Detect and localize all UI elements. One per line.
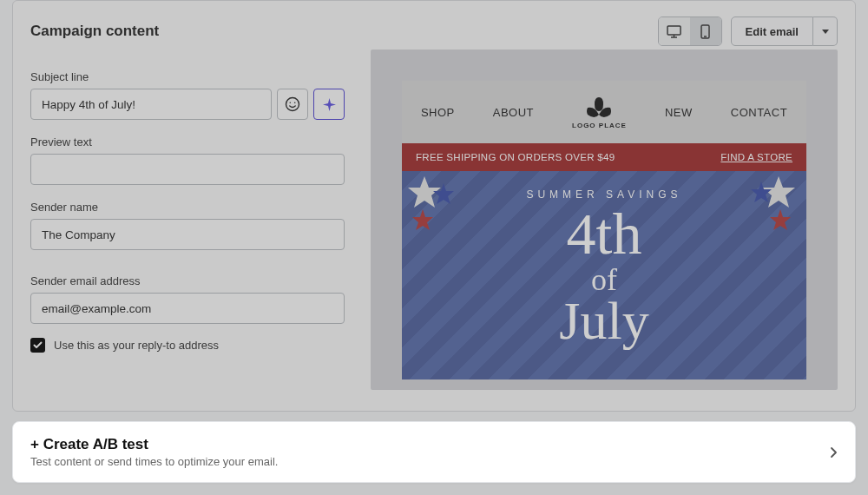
nav-new: NEW (665, 106, 693, 119)
device-toggle (658, 16, 722, 46)
logo-icon (584, 96, 614, 120)
ab-subtitle: Test content or send times to optimize y… (30, 455, 278, 468)
nav-shop: SHOP (421, 106, 455, 119)
panel-title: Campaign content (30, 23, 159, 40)
logo-text: LOGO PLACE (572, 122, 627, 129)
desktop-icon (667, 25, 681, 38)
mobile-view-button[interactable] (690, 17, 721, 45)
email-body: SHOP ABOUT LOGO PLACE NEW CONTACT FREE S… (402, 81, 806, 380)
panel-header: Campaign content Edit email (30, 16, 838, 46)
edit-email-group: Edit email (731, 16, 838, 46)
sparkle-icon (322, 97, 337, 112)
subject-input[interactable] (30, 89, 272, 120)
ab-text: + Create A/B test Test content or send t… (30, 436, 278, 468)
mobile-icon (700, 24, 710, 39)
caret-down-icon (822, 30, 829, 34)
logo-block: LOGO PLACE (572, 96, 627, 129)
subject-label: Subject line (30, 70, 345, 83)
chevron-right-icon (830, 446, 838, 459)
nav-about: ABOUT (493, 106, 534, 119)
campaign-content-panel: Campaign content Edit email Subject line (12, 0, 856, 412)
ab-title: + Create A/B test (30, 436, 278, 453)
stars-right-icon (749, 176, 801, 235)
replyto-checkbox[interactable] (30, 338, 45, 353)
ab-test-card[interactable]: + Create A/B test Test content or send t… (12, 421, 856, 483)
email-banner: FREE SHIPPING ON ORDERS OVER $49 FIND A … (402, 143, 806, 171)
banner-link: FIND A STORE (720, 152, 792, 162)
replyto-row: Use this as your reply-to address (30, 338, 345, 353)
emoji-picker-button[interactable] (277, 89, 308, 120)
nav-contact: CONTACT (731, 106, 787, 119)
check-icon (33, 341, 43, 349)
svg-point-6 (290, 102, 292, 103)
replyto-label: Use this as your reply-to address (54, 339, 219, 352)
sender-name-input[interactable] (30, 219, 345, 250)
edit-email-button[interactable]: Edit email (731, 16, 813, 46)
svg-point-5 (286, 98, 299, 111)
hero-line1: 4th (411, 206, 798, 262)
stars-left-icon (407, 176, 468, 235)
subject-row (30, 89, 345, 120)
sender-email-label: Sender email address (30, 274, 345, 287)
edit-email-dropdown[interactable] (813, 16, 838, 46)
ai-assist-button[interactable] (313, 89, 345, 120)
desktop-view-button[interactable] (659, 17, 690, 45)
panel-actions: Edit email (658, 16, 838, 46)
banner-text: FREE SHIPPING ON ORDERS OVER $49 (416, 152, 615, 162)
sender-name-label: Sender name (30, 201, 345, 214)
emoji-icon (285, 96, 300, 112)
hero: SUMMER SAVINGS 4th of July (402, 171, 806, 380)
preview-text-label: Preview text (30, 135, 345, 148)
email-nav: SHOP ABOUT LOGO PLACE NEW CONTACT (402, 81, 806, 143)
hero-eyebrow: SUMMER SAVINGS (411, 188, 798, 201)
form-column: Subject line Preview text Sender name Se… (30, 18, 345, 390)
hero-line3: July (411, 294, 798, 347)
svg-rect-0 (667, 26, 681, 35)
sender-email-input[interactable] (30, 293, 345, 324)
svg-point-7 (294, 102, 296, 103)
preview-text-input[interactable] (30, 154, 345, 185)
email-preview-pane: SHOP ABOUT LOGO PLACE NEW CONTACT FREE S… (371, 50, 838, 390)
